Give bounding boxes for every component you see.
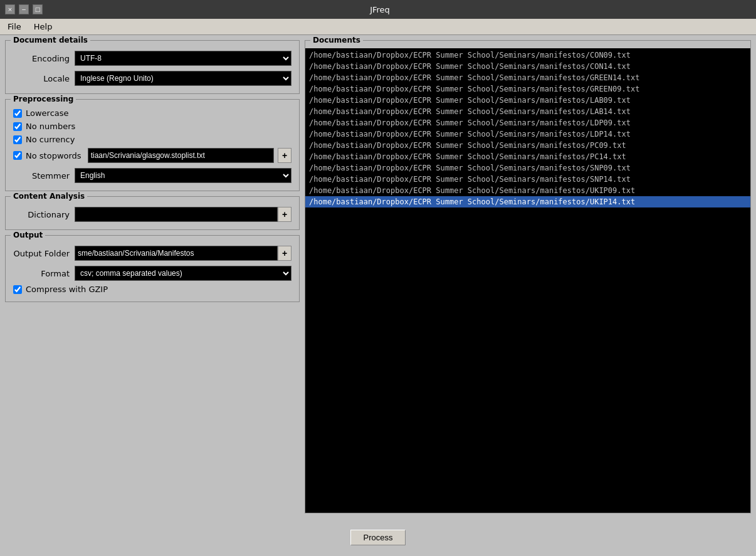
window-controls[interactable]: × − □ bbox=[5, 4, 43, 14]
output-folder-row: Output Folder + bbox=[13, 246, 291, 261]
document-item[interactable]: /home/bastiaan/Dropbox/ECPR Summer Schoo… bbox=[305, 61, 750, 72]
main-content: Document details Encoding UTF-8 ISO-8859… bbox=[0, 35, 756, 518]
no-currency-checkbox[interactable] bbox=[13, 135, 22, 144]
document-item[interactable]: /home/bastiaan/Dropbox/ECPR Summer Schoo… bbox=[305, 72, 750, 83]
locale-row: Locale Inglese (Regno Unito) English (US… bbox=[13, 71, 291, 86]
preprocessing-title: Preprocessing bbox=[11, 95, 76, 103]
compress-gzip-checkbox[interactable] bbox=[13, 285, 22, 294]
document-item[interactable]: /home/bastiaan/Dropbox/ECPR Summer Schoo… bbox=[305, 83, 750, 95]
dictionary-field[interactable] bbox=[75, 207, 278, 222]
document-item[interactable]: /home/bastiaan/Dropbox/ECPR Summer Schoo… bbox=[305, 162, 750, 174]
left-panel: Document details Encoding UTF-8 ISO-8859… bbox=[5, 40, 300, 513]
document-item[interactable]: /home/bastiaan/Dropbox/ECPR Summer Schoo… bbox=[305, 185, 750, 196]
format-label: Format bbox=[13, 269, 70, 278]
stopwords-field[interactable] bbox=[88, 148, 274, 163]
format-input-group: csv; comma separated values) tsv; tab se… bbox=[75, 266, 291, 281]
encoding-input-group: UTF-8 ISO-8859-1 ASCII bbox=[75, 51, 291, 66]
preprocessing-section: Preprocessing Lowercase No numbers No cu… bbox=[5, 99, 300, 191]
document-details-section: Document details Encoding UTF-8 ISO-8859… bbox=[5, 40, 300, 94]
no-numbers-checkbox[interactable] bbox=[13, 122, 22, 131]
dictionary-label: Dictionary bbox=[13, 210, 70, 219]
encoding-label: Encoding bbox=[13, 54, 70, 63]
document-item[interactable]: /home/bastiaan/Dropbox/ECPR Summer Schoo… bbox=[305, 106, 750, 117]
document-item[interactable]: /home/bastiaan/Dropbox/ECPR Summer Schoo… bbox=[305, 174, 750, 185]
no-stopwords-checkbox[interactable] bbox=[13, 151, 22, 160]
locale-label: Locale bbox=[13, 74, 70, 83]
format-dropdown[interactable]: csv; comma separated values) tsv; tab se… bbox=[75, 266, 291, 281]
dictionary-input-group: + bbox=[75, 207, 291, 222]
dictionary-row: Dictionary + bbox=[13, 207, 291, 222]
compress-gzip-row: Compress with GZIP bbox=[13, 285, 291, 294]
right-panel: Documents /home/bastiaan/Dropbox/ECPR Su… bbox=[305, 40, 751, 513]
content-analysis-title: Content Analysis bbox=[11, 192, 87, 201]
output-folder-field[interactable] bbox=[75, 246, 278, 261]
format-row: Format csv; comma separated values) tsv;… bbox=[13, 266, 291, 281]
no-currency-label: No currency bbox=[26, 135, 75, 144]
menu-help[interactable]: Help bbox=[29, 21, 58, 33]
document-item[interactable]: /home/bastiaan/Dropbox/ECPR Summer Schoo… bbox=[305, 196, 750, 207]
no-numbers-row: No numbers bbox=[13, 122, 291, 131]
documents-list[interactable]: /home/bastiaan/Dropbox/ECPR Summer Schoo… bbox=[305, 48, 750, 513]
output-folder-label: Output Folder bbox=[13, 249, 70, 258]
minimize-button[interactable]: − bbox=[19, 4, 29, 14]
title-bar: × − □ JFreq bbox=[0, 0, 756, 19]
process-button[interactable]: Process bbox=[350, 530, 406, 545]
encoding-row: Encoding UTF-8 ISO-8859-1 ASCII bbox=[13, 51, 291, 66]
stemmer-label: Stemmer bbox=[13, 171, 70, 181]
menu-file[interactable]: File bbox=[3, 21, 26, 33]
bottom-area: Process bbox=[0, 518, 756, 556]
output-title: Output bbox=[11, 231, 45, 239]
lowercase-label: Lowercase bbox=[26, 108, 69, 118]
locale-input-group: Inglese (Regno Unito) English (US) Itali… bbox=[75, 71, 291, 86]
document-item[interactable]: /home/bastiaan/Dropbox/ECPR Summer Schoo… bbox=[305, 117, 750, 129]
dictionary-plus-button[interactable]: + bbox=[278, 207, 291, 222]
no-currency-row: No currency bbox=[13, 135, 291, 144]
stemmer-input-group: English Italian None bbox=[75, 168, 291, 183]
content-analysis-section: Content Analysis Dictionary + bbox=[5, 196, 300, 230]
documents-title: Documents bbox=[310, 36, 363, 45]
no-stopwords-row: No stopwords + bbox=[13, 148, 291, 163]
compress-gzip-label: Compress with GZIP bbox=[26, 285, 108, 294]
documents-section: Documents /home/bastiaan/Dropbox/ECPR Su… bbox=[305, 40, 751, 513]
document-item[interactable]: /home/bastiaan/Dropbox/ECPR Summer Schoo… bbox=[305, 151, 750, 162]
lowercase-row: Lowercase bbox=[13, 108, 291, 118]
menu-bar: File Help bbox=[0, 19, 756, 35]
no-numbers-label: No numbers bbox=[26, 122, 75, 131]
lowercase-checkbox[interactable] bbox=[13, 109, 22, 118]
stemmer-row: Stemmer English Italian None bbox=[13, 168, 291, 183]
stemmer-dropdown[interactable]: English Italian None bbox=[75, 168, 291, 183]
document-item[interactable]: /home/bastiaan/Dropbox/ECPR Summer Schoo… bbox=[305, 50, 750, 61]
locale-dropdown[interactable]: Inglese (Regno Unito) English (US) Itali… bbox=[75, 71, 291, 86]
output-section: Output Output Folder + Format csv; comma… bbox=[5, 235, 300, 302]
maximize-button[interactable]: □ bbox=[33, 4, 43, 14]
close-button[interactable]: × bbox=[5, 4, 15, 14]
stopwords-plus-button[interactable]: + bbox=[278, 148, 291, 163]
preprocessing-content: Lowercase No numbers No currency No stop… bbox=[13, 108, 291, 183]
document-item[interactable]: /home/bastiaan/Dropbox/ECPR Summer Schoo… bbox=[305, 129, 750, 140]
output-folder-input-group: + bbox=[75, 246, 291, 261]
encoding-dropdown[interactable]: UTF-8 ISO-8859-1 ASCII bbox=[75, 51, 291, 66]
output-folder-plus-button[interactable]: + bbox=[278, 246, 291, 261]
document-item[interactable]: /home/bastiaan/Dropbox/ECPR Summer Schoo… bbox=[305, 95, 750, 106]
document-details-title: Document details bbox=[11, 36, 90, 45]
document-item[interactable]: /home/bastiaan/Dropbox/ECPR Summer Schoo… bbox=[305, 140, 750, 151]
no-stopwords-label: No stopwords bbox=[26, 151, 81, 160]
window-title: JFreq bbox=[43, 5, 717, 14]
